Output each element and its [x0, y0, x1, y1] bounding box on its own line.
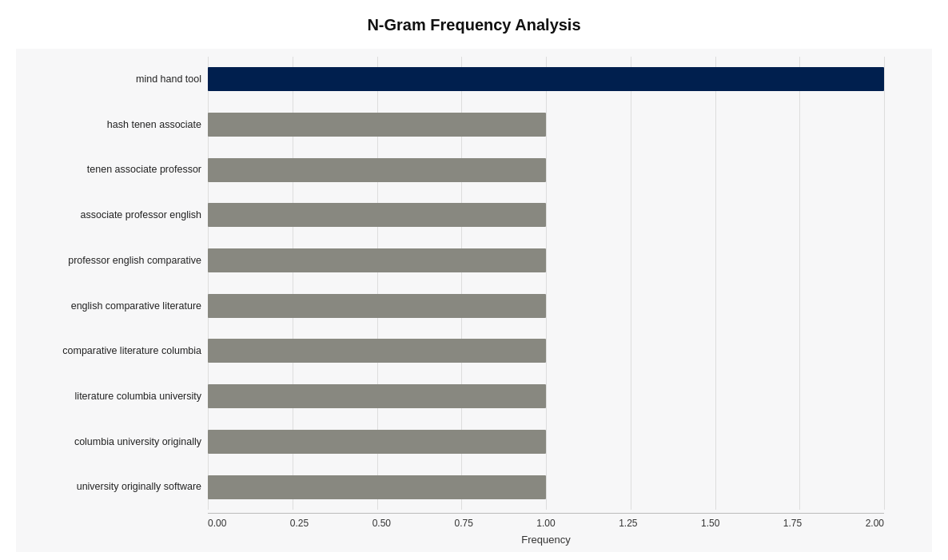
bar-row: [208, 336, 884, 366]
bar-row: [208, 381, 884, 411]
x-axis-label: Frequency: [208, 534, 884, 546]
bar-row: [208, 155, 884, 185]
y-label: mind hand tool: [136, 64, 201, 94]
bar-gray: [208, 113, 546, 137]
bar-gray: [208, 294, 546, 318]
y-label: university originally software: [77, 472, 201, 502]
x-tick-label: 0.25: [290, 518, 309, 529]
bar-gray: [208, 475, 546, 499]
bar-gray: [208, 384, 546, 408]
x-tick-label: 0.75: [454, 518, 472, 529]
bars-area: [208, 57, 884, 510]
bar-row: [208, 427, 884, 457]
x-tick-label: 0.00: [208, 518, 226, 529]
x-tick-label: 1.00: [536, 518, 555, 529]
bar-gray: [208, 339, 546, 363]
x-tick-label: 1.75: [783, 518, 802, 529]
y-label: associate professor english: [81, 200, 201, 230]
x-tick-label: 1.50: [701, 518, 719, 529]
y-label: tenen associate professor: [87, 155, 201, 185]
bar-dark: [208, 67, 884, 91]
grid-line: [884, 57, 885, 510]
y-axis-labels: mind hand toolhash tenen associatetenen …: [16, 57, 208, 510]
bar-row: [208, 245, 884, 276]
bar-gray: [208, 430, 546, 454]
y-label: english comparative literature: [71, 291, 201, 321]
y-label: literature columbia university: [75, 381, 201, 411]
bar-gray: [208, 248, 546, 272]
y-label: columbia university originally: [74, 427, 201, 457]
bar-row: [208, 109, 884, 140]
bar-gray: [208, 203, 546, 227]
x-axis: 0.000.250.500.751.001.251.501.752.00 Fre…: [208, 513, 884, 546]
x-tick-label: 2.00: [866, 518, 884, 529]
x-tick-label: 0.50: [372, 518, 391, 529]
bar-row: [208, 64, 884, 94]
bar-row: [208, 200, 884, 230]
bar-gray: [208, 158, 546, 182]
y-label: hash tenen associate: [107, 109, 201, 140]
chart-container: N-Gram Frequency Analysis mind hand tool…: [0, 0, 948, 560]
x-tick-label: 1.25: [619, 518, 637, 529]
bar-row: [208, 472, 884, 502]
y-label: professor english comparative: [68, 245, 201, 276]
bar-row: [208, 291, 884, 321]
y-label: comparative literature columbia: [62, 336, 201, 366]
chart-title: N-Gram Frequency Analysis: [367, 16, 580, 34]
